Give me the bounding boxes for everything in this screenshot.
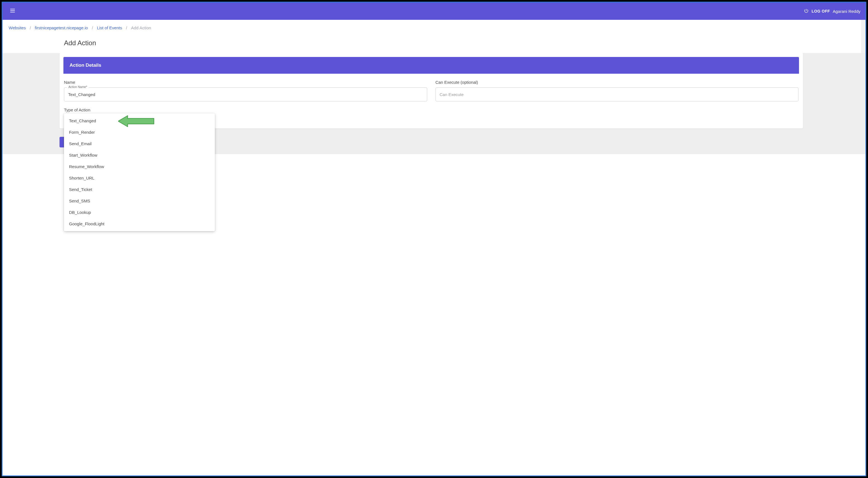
- card-header: Action Details: [63, 57, 799, 74]
- can-execute-input[interactable]: Can Execute: [436, 87, 799, 101]
- dropdown-option-form-render[interactable]: Form_Render: [64, 126, 215, 138]
- action-name-value: Text_Changed: [68, 92, 95, 97]
- appbar: LOG OFF Agarani Reddy: [2, 2, 866, 20]
- dropdown-option-resume-workflow[interactable]: Resume_Workflow: [64, 161, 215, 172]
- breadcrumb-link-events[interactable]: List of Events: [97, 25, 122, 30]
- logoff-button[interactable]: LOG OFF: [812, 9, 830, 13]
- type-of-action-dropdown: Text_Changed Form_Render Send_Email Star…: [64, 114, 215, 231]
- dropdown-option-send-email[interactable]: Send_Email: [64, 138, 215, 149]
- power-icon: [804, 8, 809, 14]
- dropdown-option-shorten-url[interactable]: Shorten_URL: [64, 172, 215, 184]
- action-name-input[interactable]: Action Name* Text_Changed: [64, 87, 427, 101]
- action-name-float-label: Action Name*: [67, 85, 89, 89]
- can-execute-placeholder: Can Execute: [440, 92, 464, 97]
- dropdown-option-send-sms[interactable]: Send_SMS: [64, 195, 215, 206]
- breadcrumb: Websites / firstnicepagetest.nicepage.io…: [2, 20, 866, 34]
- hamburger-icon: [9, 7, 16, 15]
- breadcrumb-link-domain[interactable]: firstnicepagetest.nicepage.io: [35, 25, 88, 30]
- can-execute-label: Can Execute (optional): [436, 80, 799, 85]
- breadcrumb-link-websites[interactable]: Websites: [9, 25, 26, 30]
- menu-button[interactable]: [7, 6, 18, 16]
- dropdown-option-google-floodlight[interactable]: Google_FloodLight: [64, 218, 215, 229]
- breadcrumb-separator: /: [92, 25, 93, 30]
- type-of-action-label: Type of Action: [64, 107, 799, 112]
- page-title: Add Action: [2, 34, 866, 53]
- breadcrumb-separator: /: [30, 25, 31, 30]
- annotation-arrow-icon: [118, 115, 154, 127]
- username-label: Agarani Reddy: [833, 9, 861, 14]
- svg-marker-3: [118, 116, 154, 127]
- dropdown-option-db-lookup[interactable]: DB_Lookup: [64, 206, 215, 218]
- breadcrumb-separator: /: [126, 25, 127, 30]
- name-label: Name: [64, 80, 427, 85]
- dropdown-option-send-ticket[interactable]: Send_Ticket: [64, 184, 215, 195]
- breadcrumb-current: Add Action: [131, 25, 151, 30]
- dropdown-option-start-workflow[interactable]: Start_Workflow: [64, 149, 215, 161]
